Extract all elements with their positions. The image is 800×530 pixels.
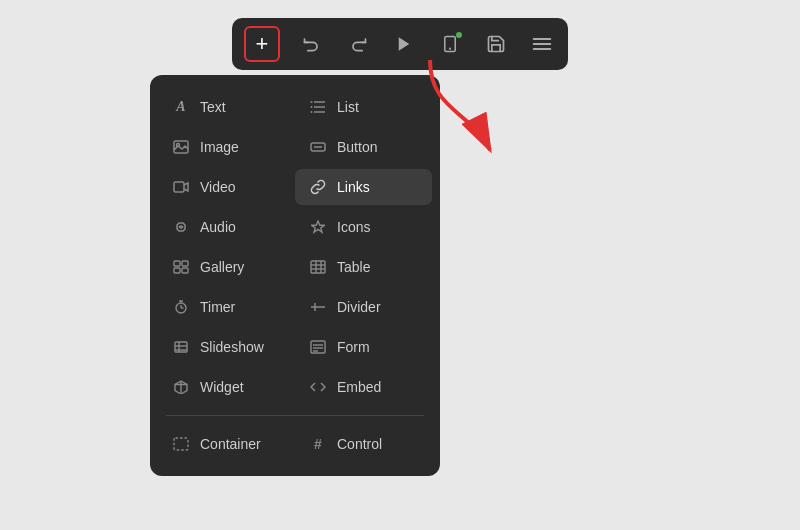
form-icon: [309, 338, 327, 356]
list-icon: [309, 98, 327, 116]
menu-item-slideshow[interactable]: Slideshow: [158, 329, 295, 365]
svg-rect-21: [174, 261, 180, 266]
control-icon: #: [309, 435, 327, 453]
undo-button[interactable]: [298, 30, 326, 58]
menu-item-embed[interactable]: Embed: [295, 369, 432, 405]
table-icon: [309, 258, 327, 276]
slideshow-icon: [172, 338, 190, 356]
audio-icon: [172, 218, 190, 236]
list-label: List: [337, 99, 359, 115]
gallery-icon: [172, 258, 190, 276]
menu-item-button[interactable]: Button: [295, 129, 432, 165]
svg-marker-0: [399, 37, 410, 51]
form-label: Form: [337, 339, 370, 355]
image-label: Image: [200, 139, 239, 155]
menu-item-form[interactable]: Form: [295, 329, 432, 365]
timer-icon: [172, 298, 190, 316]
menu-item-video[interactable]: Video: [158, 169, 295, 205]
svg-rect-48: [174, 438, 188, 450]
video-label: Video: [200, 179, 236, 195]
widget-label: Widget: [200, 379, 244, 395]
container-label: Container: [200, 436, 261, 452]
icons-icon: [309, 218, 327, 236]
timer-label: Timer: [200, 299, 235, 315]
menu-item-control[interactable]: # Control: [295, 426, 432, 462]
svg-marker-20: [312, 221, 325, 232]
links-icon: [309, 178, 327, 196]
image-icon: [172, 138, 190, 156]
play-button[interactable]: [390, 30, 418, 58]
icons-label: Icons: [337, 219, 370, 235]
svg-rect-22: [182, 261, 188, 266]
widget-icon: [172, 378, 190, 396]
menu-item-gallery[interactable]: Gallery: [158, 249, 295, 285]
menu-separator: [166, 415, 424, 416]
toolbar: +: [232, 18, 568, 70]
menu-item-container[interactable]: Container: [158, 426, 295, 462]
menu-item-links[interactable]: Links: [295, 169, 432, 205]
device-preview-button[interactable]: [436, 30, 464, 58]
gallery-label: Gallery: [200, 259, 244, 275]
svg-point-10: [311, 106, 313, 108]
divider-icon: [309, 298, 327, 316]
menu-item-widget[interactable]: Widget: [158, 369, 295, 405]
menu-item-list[interactable]: List: [295, 89, 432, 125]
save-button[interactable]: [482, 30, 510, 58]
menu-item-icons[interactable]: Icons: [295, 209, 432, 245]
text-label: Text: [200, 99, 226, 115]
text-icon: A: [172, 98, 190, 116]
add-element-dropdown: A Text List Image: [150, 75, 440, 476]
embed-icon: [309, 378, 327, 396]
audio-label: Audio: [200, 219, 236, 235]
status-dot: [456, 32, 462, 38]
menu-item-audio[interactable]: Audio: [158, 209, 295, 245]
hamburger-menu-button[interactable]: [528, 30, 556, 58]
video-icon: [172, 178, 190, 196]
embed-label: Embed: [337, 379, 381, 395]
svg-rect-16: [174, 182, 184, 192]
redo-button[interactable]: [344, 30, 372, 58]
svg-point-9: [311, 101, 313, 103]
svg-point-11: [311, 111, 313, 113]
button-label: Button: [337, 139, 377, 155]
add-button[interactable]: +: [244, 26, 280, 62]
control-label: Control: [337, 436, 382, 452]
links-label: Links: [337, 179, 370, 195]
menu-item-timer[interactable]: Timer: [158, 289, 295, 325]
divider-label: Divider: [337, 299, 381, 315]
slideshow-label: Slideshow: [200, 339, 264, 355]
menu-item-image[interactable]: Image: [158, 129, 295, 165]
menu-item-text[interactable]: A Text: [158, 89, 295, 125]
menu-item-divider[interactable]: Divider: [295, 289, 432, 325]
table-label: Table: [337, 259, 370, 275]
button-icon: [309, 138, 327, 156]
svg-rect-23: [174, 268, 180, 273]
container-icon: [172, 435, 190, 453]
svg-rect-24: [182, 268, 188, 273]
svg-rect-25: [311, 261, 325, 273]
menu-item-table[interactable]: Table: [295, 249, 432, 285]
